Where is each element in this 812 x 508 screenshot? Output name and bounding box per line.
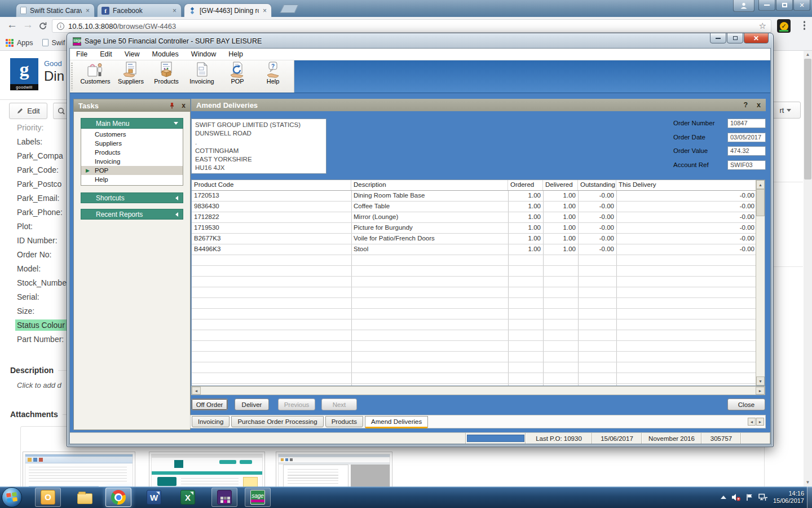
order-field-value[interactable]: 474.32 xyxy=(727,146,766,156)
menu-item[interactable]: Edit xyxy=(94,50,118,58)
table-row[interactable]: B2677K3 Voile for Patio/French Doors 1.0… xyxy=(192,234,765,244)
main-menu-item[interactable]: ▶ Customers xyxy=(81,130,183,139)
taskbar-explorer-button[interactable] xyxy=(72,488,98,507)
taskbar-chrome-button[interactable] xyxy=(105,488,131,507)
toolbar-gripper[interactable] xyxy=(71,63,73,90)
sage-minimize-button[interactable] xyxy=(710,33,726,43)
export-button-partial[interactable]: rt xyxy=(770,102,801,119)
attachment-thumbnail-email[interactable] xyxy=(23,452,135,491)
refresh-icon[interactable] xyxy=(38,21,47,30)
tab-products[interactable]: Products xyxy=(325,416,363,427)
toolbar-products-button[interactable]: Products xyxy=(149,62,184,92)
browser-maximize-button[interactable] xyxy=(776,0,793,11)
table-row[interactable]: 1719530 Picture for Burgundy 1.00 1.00 -… xyxy=(192,223,765,234)
apps-shortcut[interactable]: Apps xyxy=(6,39,33,47)
browser-profile-button[interactable] xyxy=(733,0,754,12)
pin-icon[interactable] xyxy=(169,102,175,109)
toolbar-pop-button[interactable]: POP xyxy=(220,62,255,92)
taskbar-excel-button[interactable]: X xyxy=(175,488,201,507)
previous-button[interactable]: Previous xyxy=(278,398,315,410)
shortcuts-header[interactable]: Shortcuts xyxy=(81,192,183,203)
recent-reports-header[interactable]: Recent Reports xyxy=(81,209,183,220)
show-desktop-button[interactable] xyxy=(807,487,812,508)
edit-button[interactable]: Edit xyxy=(9,103,47,119)
menu-item[interactable]: File xyxy=(70,50,94,58)
taskbar-sage-button[interactable]: sage xyxy=(245,488,271,507)
taskbar-clock[interactable]: 14:16 15/06/2017 xyxy=(773,490,804,505)
scroll-up-icon[interactable]: ▲ xyxy=(756,180,765,189)
taskbar-outlook-button[interactable]: O xyxy=(35,488,61,507)
scroll-up-icon[interactable]: ▲ xyxy=(804,51,812,59)
back-icon[interactable]: ← xyxy=(7,19,17,31)
browser-menu-icon[interactable] xyxy=(804,21,806,30)
close-button[interactable]: Close xyxy=(727,398,765,410)
taskbar-app-button[interactable] xyxy=(211,488,237,507)
tasks-close-icon[interactable]: x xyxy=(182,102,186,110)
tab-scroll-right-icon[interactable]: ► xyxy=(756,418,764,426)
tab-purchase-order-processing[interactable]: Purchase Order Processing xyxy=(231,416,323,427)
panel-close-icon[interactable]: x xyxy=(757,101,761,109)
table-row[interactable]: 9836430 Coffee Table 1.00 1.00 -0.00 -0.… xyxy=(192,202,765,212)
menu-item[interactable]: View xyxy=(118,50,146,58)
toolbar-customers-button[interactable]: Customers xyxy=(78,62,113,92)
order-field-value[interactable]: 10847 xyxy=(727,119,766,128)
tab-scroll-left-icon[interactable]: ◄ xyxy=(748,418,756,426)
attachment-thumbnail-swift-connect[interactable] xyxy=(149,452,265,491)
toolbar-invoicing-button[interactable]: Invoicing xyxy=(184,62,219,92)
main-menu-header[interactable]: Main Menu xyxy=(81,118,183,129)
sage-restore-button[interactable] xyxy=(727,33,743,43)
attachment-thumbnail-document[interactable] xyxy=(276,452,392,491)
next-button[interactable]: Next xyxy=(321,398,357,410)
address-bar[interactable]: i 10.5.10.3:8080/browse/GW-4463 ☆ xyxy=(52,19,771,33)
scroll-left-icon[interactable]: ◄ xyxy=(192,387,201,395)
scroll-down-icon[interactable]: ▼ xyxy=(804,479,812,487)
tray-expand-icon[interactable] xyxy=(721,496,726,499)
main-menu-item[interactable]: ▶ POP xyxy=(81,166,183,175)
sage-title-bar[interactable]: sage Sage Line 50 Financial Controller -… xyxy=(73,36,262,47)
bookmark-swift[interactable]: Swif xyxy=(42,39,65,47)
scrollbar-thumb[interactable] xyxy=(804,59,811,179)
table-row[interactable]: 1720513 Dining Room Table Base 1.00 1.00… xyxy=(192,191,765,202)
main-menu-item[interactable]: ▶ Products xyxy=(81,148,183,157)
column-header[interactable]: Outstanding xyxy=(578,180,616,190)
menu-item[interactable]: Window xyxy=(185,50,222,58)
browser-minimize-button[interactable] xyxy=(758,0,775,11)
tab-close-icon[interactable]: × xyxy=(172,7,177,14)
column-header[interactable]: Ordered xyxy=(508,180,543,190)
main-menu-item[interactable]: ▶ Help xyxy=(81,175,183,184)
scroll-right-icon[interactable]: ► xyxy=(756,387,765,395)
panel-help-icon[interactable]: ? xyxy=(743,101,748,109)
browser-tab-swift[interactable]: Swift Static Caravans for × xyxy=(16,3,95,17)
volume-muted-icon[interactable] xyxy=(731,493,741,501)
tab-invoicing[interactable]: Invoicing xyxy=(192,416,230,427)
deliver-button[interactable]: Deliver xyxy=(235,398,269,410)
description-placeholder[interactable]: Click to add d xyxy=(17,381,61,389)
tab-amend-deliveries[interactable]: Amend Deliveries xyxy=(365,416,428,428)
bookmark-star-icon[interactable]: ☆ xyxy=(759,21,766,31)
menu-item[interactable]: Help xyxy=(222,50,249,58)
sage-close-button[interactable]: ✕ xyxy=(744,33,769,43)
table-row[interactable]: B4496K3 Stool 1.00 1.00 -0.00 -0.00 xyxy=(192,244,765,255)
column-header[interactable]: Delivered xyxy=(543,180,578,190)
order-field-value[interactable]: 03/05/2017 xyxy=(727,133,766,142)
scrollbar-thumb[interactable] xyxy=(756,189,765,216)
tab-close-icon[interactable]: × xyxy=(262,7,267,14)
browser-tab-jira-active[interactable]: [GW-4463] Dining room- × xyxy=(184,3,272,17)
action-center-flag-icon[interactable] xyxy=(746,493,753,501)
network-icon[interactable] xyxy=(758,493,768,501)
browser-tab-facebook[interactable]: f Facebook × xyxy=(97,3,182,17)
new-tab-button[interactable] xyxy=(280,5,299,13)
table-row[interactable]: 1712822 Mirror (Lounge) 1.00 1.00 -0.00 … xyxy=(192,212,765,223)
breadcrumb[interactable]: Good xyxy=(44,59,62,68)
table-horizontal-scrollbar[interactable]: ◄ ► xyxy=(191,386,765,395)
site-info-icon[interactable]: i xyxy=(57,23,64,30)
toolbar-help-button[interactable]: ? Help xyxy=(255,62,290,92)
column-header[interactable]: Description xyxy=(351,180,508,190)
order-field-value[interactable]: SWIF03 xyxy=(727,160,766,170)
off-order-button[interactable]: Off Order xyxy=(191,398,228,410)
taskbar-word-button[interactable]: W xyxy=(141,488,167,507)
column-header[interactable]: This Delivery xyxy=(616,180,757,190)
menu-item[interactable]: Modules xyxy=(146,50,185,58)
main-menu-item[interactable]: ▶ Invoicing xyxy=(81,157,183,166)
table-vertical-scrollbar[interactable]: ▲ ▼ xyxy=(756,180,765,386)
